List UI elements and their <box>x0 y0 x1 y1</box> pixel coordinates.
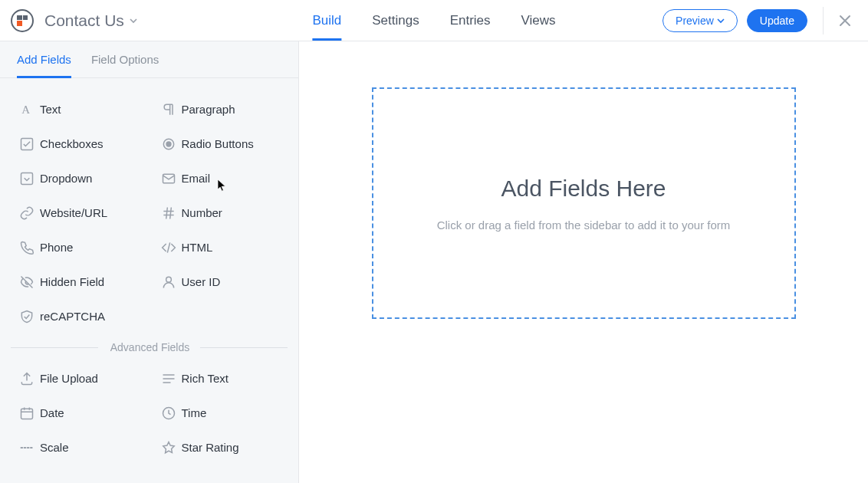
sidebar: Add Fields Field Options ATextParagraphC… <box>0 41 299 483</box>
close-icon <box>838 14 852 28</box>
radio-icon <box>156 136 182 152</box>
email-icon <box>156 171 182 186</box>
nav-views[interactable]: Views <box>521 0 556 41</box>
shield-icon <box>14 309 40 324</box>
field-label: Paragraph <box>182 103 235 116</box>
star-icon <box>156 440 182 455</box>
drop-zone[interactable]: Add Fields Here Click or drag a field fr… <box>372 87 796 319</box>
field-text[interactable]: AText <box>8 92 150 127</box>
field-link[interactable]: Website/URL <box>8 196 150 230</box>
user-icon <box>156 274 182 290</box>
divider <box>823 7 824 34</box>
top-bar: Contact Us Build Settings Entries Views … <box>0 0 868 41</box>
field-paragraph[interactable]: Paragraph <box>150 92 291 127</box>
advanced-fields-header: Advanced Fields <box>0 341 298 353</box>
drop-subtitle: Click or drag a field from the sidebar t… <box>437 219 731 232</box>
main-nav: Build Settings Entries Views <box>312 0 555 41</box>
nav-settings[interactable]: Settings <box>372 0 419 41</box>
field-label: Rich Text <box>182 372 229 385</box>
field-label: Scale <box>40 441 69 454</box>
dropdown-icon <box>14 171 40 186</box>
time-icon <box>156 406 182 421</box>
field-richtext[interactable]: Rich Text <box>150 361 291 396</box>
field-label: Date <box>40 406 64 419</box>
hash-icon <box>156 205 182 221</box>
field-label: Radio Buttons <box>182 137 254 150</box>
field-html[interactable]: HTML <box>150 230 291 264</box>
field-user[interactable]: User ID <box>150 264 291 299</box>
tab-add-fields[interactable]: Add Fields <box>17 53 71 78</box>
field-star[interactable]: Star Rating <box>150 430 291 465</box>
field-label: File Upload <box>40 372 98 385</box>
field-hidden[interactable]: Hidden Field <box>8 264 150 299</box>
app-logo-icon <box>11 9 34 32</box>
link-icon <box>14 205 40 221</box>
html-icon <box>156 240 182 255</box>
form-title-dropdown[interactable]: Contact Us <box>44 12 138 30</box>
caret-down-icon <box>717 17 725 25</box>
field-label: Number <box>182 206 222 219</box>
nav-entries[interactable]: Entries <box>450 0 491 41</box>
field-label: Hidden Field <box>40 275 104 288</box>
field-shield[interactable]: reCAPTCHA <box>8 299 150 334</box>
field-hash[interactable]: Number <box>150 196 291 230</box>
field-label: Time <box>182 406 207 419</box>
sidebar-tabs: Add Fields Field Options <box>0 41 298 78</box>
field-time[interactable]: Time <box>150 396 291 430</box>
field-label: HTML <box>182 241 213 254</box>
preview-label: Preview <box>676 15 714 27</box>
svg-rect-7 <box>21 409 33 419</box>
close-button[interactable] <box>836 12 854 30</box>
field-label: Dropdown <box>40 172 92 185</box>
field-phone[interactable]: Phone <box>8 230 150 264</box>
canvas: Add Fields Here Click or drag a field fr… <box>299 41 868 483</box>
field-scale[interactable]: Scale <box>8 430 150 465</box>
advanced-fields-grid: File UploadRich TextDateTimeScaleStar Ra… <box>0 355 298 469</box>
tab-field-options[interactable]: Field Options <box>91 53 159 78</box>
svg-rect-4 <box>21 172 33 184</box>
field-dropdown[interactable]: Dropdown <box>8 161 150 196</box>
top-actions: Preview Update <box>663 7 854 34</box>
svg-text:A: A <box>21 104 30 116</box>
field-label: Website/URL <box>40 206 107 219</box>
preview-button[interactable]: Preview <box>663 9 738 32</box>
svg-point-3 <box>166 142 171 146</box>
field-email[interactable]: Email <box>150 161 291 196</box>
update-button[interactable]: Update <box>747 9 807 32</box>
field-date[interactable]: Date <box>8 396 150 430</box>
field-label: Star Rating <box>182 441 239 454</box>
richtext-icon <box>156 371 182 386</box>
phone-icon <box>14 240 40 255</box>
basic-fields-grid: ATextParagraphCheckboxesRadio ButtonsDro… <box>0 86 298 338</box>
hidden-icon <box>14 274 40 290</box>
paragraph-icon <box>156 102 182 117</box>
nav-build[interactable]: Build <box>312 0 341 41</box>
form-title-label: Contact Us <box>44 12 124 30</box>
field-radio[interactable]: Radio Buttons <box>150 127 291 161</box>
field-label: User ID <box>182 275 221 288</box>
field-label: Checkboxes <box>40 137 104 150</box>
date-icon <box>14 406 40 421</box>
field-label: reCAPTCHA <box>40 310 105 323</box>
scale-icon <box>14 440 40 455</box>
fields-scroll[interactable]: ATextParagraphCheckboxesRadio ButtonsDro… <box>0 78 298 469</box>
chevron-down-icon <box>129 16 138 25</box>
field-checkbox[interactable]: Checkboxes <box>8 127 150 161</box>
svg-point-6 <box>166 277 171 282</box>
field-label: Email <box>182 172 211 185</box>
field-label: Phone <box>40 241 73 254</box>
advanced-fields-label: Advanced Fields <box>98 341 201 353</box>
field-label: Text <box>40 103 61 116</box>
text-icon: A <box>14 102 40 117</box>
drop-title: Add Fields Here <box>501 176 666 202</box>
upload-icon <box>14 371 40 386</box>
checkbox-icon <box>14 136 40 152</box>
field-upload[interactable]: File Upload <box>8 361 150 396</box>
